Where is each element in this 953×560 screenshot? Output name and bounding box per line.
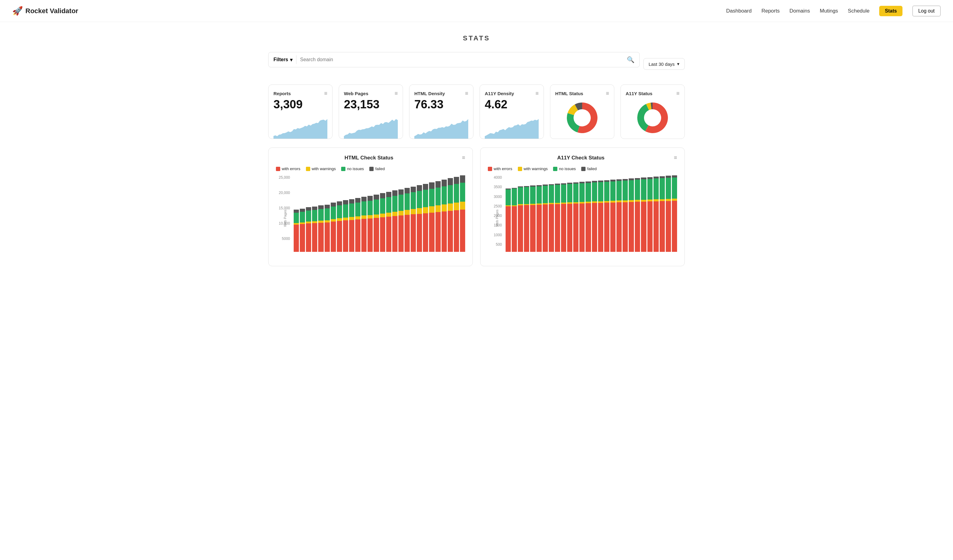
bar-segment [666,201,671,252]
bar-segment [355,220,360,252]
rocket-icon: 🚀 [12,6,23,16]
card-title-2: HTML Density [414,91,445,96]
bar-segment [355,203,360,217]
bar-segment [374,195,379,200]
html-check-menu-icon[interactable]: ≡ [462,155,465,161]
bar-segment [294,210,299,213]
bar-segment [622,202,628,252]
bar-segment [405,210,410,215]
bar-column [442,175,447,252]
bar-segment [411,214,416,252]
donut-chart-4 [564,99,601,136]
bar-column [435,175,441,252]
logout-button[interactable]: Log out [912,6,941,17]
bar-segment [506,206,511,252]
bar-segment [672,178,677,199]
bar-segment [660,201,665,252]
bar-segment [349,204,354,217]
nav-stats-button[interactable]: Stats [879,6,902,16]
a11y-check-title: A11Y Check Status [488,155,674,161]
bar-segment [362,201,366,215]
bar-segment [435,181,441,187]
bar-segment [362,215,366,219]
bar-column [405,175,410,252]
bar-segment [429,189,434,206]
nav-mutings[interactable]: Mutings [820,8,838,14]
bar-segment [610,203,616,252]
bar-segment [598,182,603,201]
bar-column [349,175,354,252]
card-menu-icon-0[interactable]: ≡ [324,90,327,97]
bar-column [610,175,616,252]
area-chart-3 [485,114,539,139]
bar-segment [331,221,336,252]
bar-segment [380,193,385,198]
bar-column [368,175,373,252]
card-menu-icon-5[interactable]: ≡ [676,90,680,97]
filter-separator [296,56,296,64]
bar-column [423,175,428,252]
nav-reports[interactable]: Reports [761,8,780,14]
bar-column [294,175,299,252]
bar-column [647,175,653,252]
bar-segment [604,203,609,252]
card-value-1: 23,153 [344,98,398,111]
bar-segment [349,199,354,204]
bar-segment [454,203,459,210]
a11y-check-menu-icon[interactable]: ≡ [674,155,677,161]
date-range-dropdown[interactable]: Last 30 days ▾ [643,58,685,70]
bar-column [429,175,434,252]
filters-button[interactable]: Filters ▾ [273,57,292,63]
bar-segment [435,205,441,212]
legend-item: no issues [341,167,364,171]
bar-segment [368,201,373,215]
search-input[interactable] [300,57,623,62]
bar-segment [454,177,459,184]
bar-column [374,175,379,252]
bar-segment [506,189,511,205]
nav-dashboard[interactable]: Dashboard [726,8,751,14]
bar-segment [417,208,422,214]
legend-item: with errors [276,167,300,171]
bar-column [518,175,523,252]
nav-schedule[interactable]: Schedule [848,8,870,14]
bar-segment [337,218,342,221]
bar-segment [660,178,665,199]
card-menu-icon-1[interactable]: ≡ [394,90,398,97]
bar-segment [423,184,428,190]
card-value-3: 4.62 [485,98,539,111]
bar-segment [386,197,391,212]
bar-segment [543,204,548,252]
html-check-status-card: HTML Check Status ≡ with errorswith warn… [268,147,473,266]
bar-column [561,175,566,252]
bar-segment [337,201,342,205]
bar-segment [362,219,366,252]
card-menu-icon-2[interactable]: ≡ [465,90,468,97]
bar-segment [392,190,397,196]
search-icon[interactable]: 🔍 [627,56,635,63]
bar-column [343,175,348,252]
html-check-title: HTML Check Status [276,155,462,161]
bar-segment [629,202,634,252]
bar-segment [337,205,342,218]
bar-column [318,175,323,252]
stat-card-reports: Reports ≡ 3,309 [268,85,332,139]
bar-segment [417,191,422,208]
legend-item: with warnings [306,167,336,171]
area-chart-2 [414,114,468,139]
card-menu-icon-3[interactable]: ≡ [535,90,539,97]
bar-segment [561,184,566,203]
bar-segment [610,181,616,201]
stat-card-a11y-status: A11Y Status ≡ [621,85,685,139]
bar-segment [405,193,410,210]
bar-segment [399,215,404,252]
bar-segment [460,210,465,252]
card-title-3: A11Y Density [485,91,514,96]
nav-domains[interactable]: Domains [790,8,810,14]
bar-segment [460,202,465,210]
card-menu-icon-4[interactable]: ≡ [606,90,609,97]
bar-segment [448,204,453,211]
bar-column [331,175,336,252]
bar-segment [454,184,459,203]
bar-segment [343,220,348,252]
